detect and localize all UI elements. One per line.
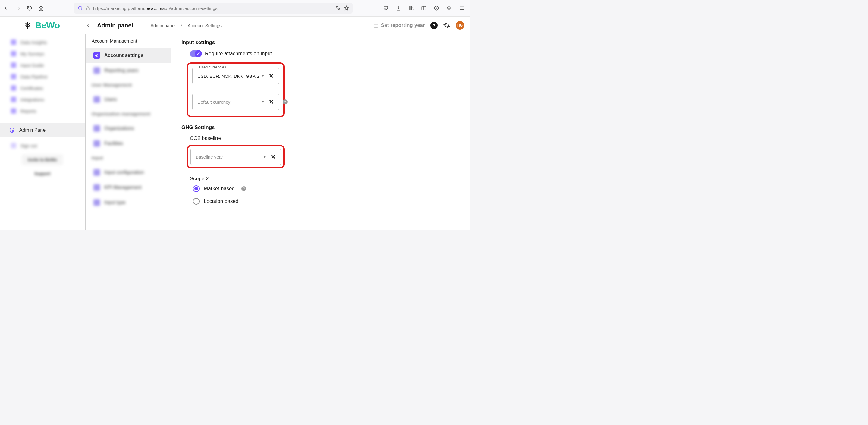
require-attachments-toggle[interactable]: ✓ <box>190 50 202 57</box>
browser-toolbar: https://marketing.platform.bewo.io/app/a… <box>0 0 470 17</box>
sidebar-item[interactable]: Integrations <box>0 94 85 105</box>
market-based-radio[interactable] <box>193 185 199 192</box>
page-title: Admin panel <box>97 22 133 29</box>
svg-point-6 <box>96 55 97 56</box>
browser-nav-buttons <box>4 5 44 11</box>
secondary-nav-item[interactable]: Organizations <box>85 121 171 136</box>
invite-button[interactable]: Invite to BeWo <box>22 154 63 165</box>
svg-rect-4 <box>374 24 378 27</box>
support-button[interactable]: Support <box>28 168 57 179</box>
account-icon[interactable] <box>433 5 439 11</box>
secondary-nav-item[interactable]: Users <box>85 92 171 107</box>
sidebar-icon[interactable] <box>421 5 427 11</box>
secondary-nav-account-settings[interactable]: Account settings <box>85 48 171 63</box>
logo-text-be: Be <box>35 20 46 30</box>
header-right: Set reporting year ? HG <box>373 21 464 30</box>
chevron-down-icon: ▼ <box>261 100 265 104</box>
used-currencies-select[interactable]: USD, EUR, NOK, DKK, GBP, ZAR ▼ ✕ <box>192 68 279 84</box>
extensions-icon[interactable] <box>446 5 452 11</box>
pocket-icon[interactable] <box>383 5 389 11</box>
breadcrumb-item[interactable]: Account Settings <box>187 23 221 28</box>
sidebar-blurred-bottom: Sign out Invite to BeWo Support <box>0 138 85 184</box>
baseline-year-field-wrap: Baseline year ▼ ✕ <box>190 149 281 165</box>
library-icon[interactable] <box>408 5 414 11</box>
clear-used-currencies-button[interactable]: ✕ <box>267 72 276 80</box>
default-currency-field-wrap: Default currency ▼ ✕ ? <box>192 94 279 110</box>
sidebar-item[interactable]: Data Insights <box>0 36 85 48</box>
check-icon: ✓ <box>195 50 202 57</box>
sidebar-item-admin-panel[interactable]: Admin Panel <box>0 123 85 138</box>
svg-point-5 <box>12 130 14 132</box>
url-text: https://marketing.platform.bewo.io/app/a… <box>93 6 332 11</box>
settings-button[interactable] <box>443 22 450 29</box>
secondary-nav-blurred: Reporting years User Management Users Or… <box>85 63 171 210</box>
browser-right-icons <box>383 5 465 11</box>
app-logo[interactable]: BeWo <box>0 20 84 30</box>
secondary-nav-item[interactable]: Facilities <box>85 136 171 151</box>
browser-home-button[interactable] <box>38 5 44 11</box>
browser-reload-button[interactable] <box>27 5 33 11</box>
input-settings-heading: Input settings <box>181 39 460 45</box>
baseline-year-placeholder: Baseline year <box>195 154 260 159</box>
secondary-nav-item[interactable]: Input configuration <box>85 165 171 180</box>
secondary-sidebar: Account Management Account settings Repo… <box>85 34 171 230</box>
sidebar-item-label: Admin Panel <box>19 127 47 133</box>
logo-text-wo: Wo <box>46 20 60 30</box>
sidebar-item-sign-out[interactable]: Sign out <box>0 140 85 151</box>
location-based-radio[interactable] <box>193 198 199 205</box>
used-currencies-field-wrap: Used currencies USD, EUR, NOK, DKK, GBP,… <box>192 68 279 84</box>
clear-default-currency-button[interactable]: ✕ <box>267 98 276 105</box>
sidebar-divider <box>0 121 85 121</box>
require-attachments-row: ✓ Require attachments on input <box>190 50 460 57</box>
secondary-nav-item[interactable]: Input type <box>85 195 171 210</box>
browser-url-bar[interactable]: https://marketing.platform.bewo.io/app/a… <box>74 3 352 13</box>
gear-icon <box>93 52 100 59</box>
chevron-down-icon: ▼ <box>263 155 267 159</box>
secondary-nav-label: Account settings <box>104 53 144 58</box>
scope2-heading: Scope 2 <box>190 176 460 182</box>
chevron-down-icon: ▼ <box>261 74 265 78</box>
market-based-help-icon[interactable]: ? <box>241 186 246 191</box>
market-based-row: Market based ? <box>193 185 460 192</box>
baseline-year-select[interactable]: Baseline year ▼ ✕ <box>190 149 281 165</box>
browser-forward-button[interactable] <box>15 5 21 11</box>
svg-rect-0 <box>87 8 89 10</box>
used-currencies-legend: Used currencies <box>197 65 228 69</box>
breadcrumb-item[interactable]: Admin panel <box>150 23 176 28</box>
browser-back-button[interactable] <box>4 5 10 11</box>
sidebar-item[interactable]: Reports <box>0 105 85 117</box>
secondary-nav-item[interactable]: Reporting years <box>85 63 171 78</box>
main-sidebar: Data Insights My Surveys Input Guide Dat… <box>0 34 85 230</box>
app-header: BeWo Admin panel Admin panel Account Set… <box>0 17 470 34</box>
baseline-highlight-box: Baseline year ▼ ✕ <box>187 145 284 169</box>
sidebar-item[interactable]: My Surveys <box>0 48 85 59</box>
chevron-right-icon <box>180 24 183 27</box>
user-avatar[interactable]: HG <box>456 21 464 30</box>
downloads-icon[interactable] <box>396 5 401 11</box>
header-back-button[interactable] <box>84 22 92 29</box>
secondary-nav-item[interactable]: KPI Management <box>85 180 171 195</box>
ghg-settings-heading: GHG Settings <box>181 124 460 130</box>
lock-icon <box>86 6 90 10</box>
sidebar-item[interactable]: Data Pipeline <box>0 71 85 82</box>
svg-point-3 <box>436 7 437 8</box>
bookmark-star-icon[interactable] <box>344 5 349 11</box>
browser-menu-icon[interactable] <box>459 5 465 11</box>
reporting-year-button[interactable]: Set reporting year <box>373 23 425 28</box>
location-based-row: Location based <box>193 198 460 205</box>
header-left: Admin panel Admin panel Account Settings <box>84 21 221 30</box>
help-button[interactable]: ? <box>430 22 438 29</box>
currencies-highlight-box: Used currencies USD, EUR, NOK, DKK, GBP,… <box>187 62 284 117</box>
require-attachments-label: Require attachments on input <box>205 51 272 57</box>
default-currency-help-icon[interactable]: ? <box>283 99 287 104</box>
clear-baseline-year-button[interactable]: ✕ <box>269 153 278 160</box>
market-based-label: Market based <box>204 186 235 192</box>
default-currency-placeholder: Default currency <box>197 99 258 104</box>
translate-icon[interactable] <box>335 5 341 11</box>
reporting-year-label: Set reporting year <box>381 23 425 28</box>
default-currency-select[interactable]: Default currency ▼ ✕ <box>192 94 279 110</box>
calendar-icon <box>373 23 378 28</box>
sidebar-item[interactable]: Input Guide <box>0 59 85 71</box>
main-content: Input settings ✓ Require attachments on … <box>171 34 470 230</box>
sidebar-item[interactable]: Certificates <box>0 82 85 94</box>
